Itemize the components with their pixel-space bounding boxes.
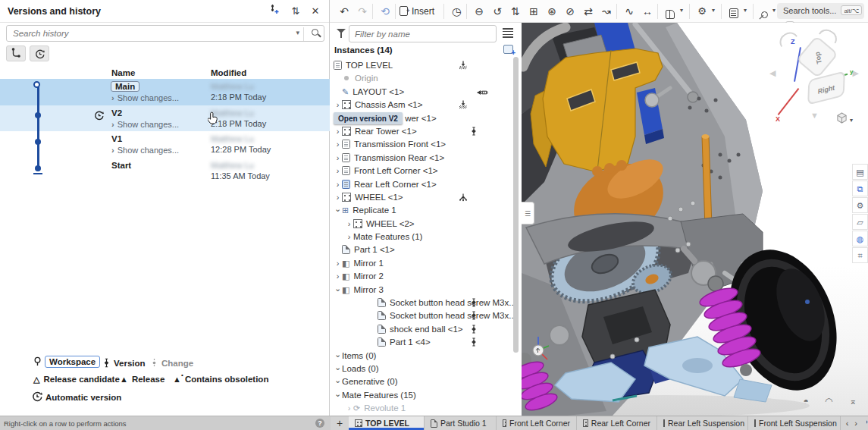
show-changes-link[interactable]: ›Show changes...	[111, 120, 179, 129]
tree-item-revolute-1[interactable]: ›⟳Revolute 1	[330, 402, 512, 415]
chevron-down-icon[interactable]: ▾	[772, 7, 776, 14]
help-icon[interactable]: ?	[315, 419, 324, 428]
chevron-right-icon[interactable]: ›	[334, 99, 342, 111]
tree-item-transmission-rear[interactable]: ›Transmission Rear <1>	[330, 152, 512, 165]
chevron-down-icon[interactable]: ⌄	[334, 374, 342, 387]
chevron-down-icon[interactable]: ▾	[850, 117, 853, 124]
tree-item-top-level[interactable]: TOP LEVEL	[330, 59, 512, 72]
add-tab-button[interactable]: +	[331, 416, 349, 430]
pattern-tools-icon[interactable]: ⚙	[694, 3, 710, 20]
tree-item-covered-by-tooltip[interactable]: Open version V2 wer <1>	[330, 112, 512, 125]
chevron-right-icon[interactable]: ›	[345, 231, 353, 243]
chevron-right-icon[interactable]: ›	[345, 402, 353, 415]
insert-instance-icon[interactable]	[503, 45, 513, 54]
mate-limits-icon[interactable]: ↔	[639, 3, 656, 20]
chevron-down-icon[interactable]: ⌄	[334, 282, 342, 295]
tree-item-part-1-4[interactable]: Part 1 <4>	[330, 336, 512, 349]
tangent-mate-icon[interactable]: ↝	[598, 3, 615, 20]
tree-item-mate-features-1[interactable]: ›Mate Features (1)	[330, 231, 512, 243]
tree-item-rear-tower[interactable]: ›Rear Tower <1>	[330, 125, 512, 138]
eraser-panel-icon[interactable]: ▱	[852, 214, 868, 230]
tree-item-wheel-1[interactable]: ›WHEEL <1>	[330, 191, 512, 204]
chevron-down-icon[interactable]: ▾	[296, 29, 299, 36]
tree-item-shock-end-ball[interactable]: shock end ball <1>	[330, 323, 512, 336]
search-icon[interactable]	[312, 29, 318, 36]
tab-next-icon[interactable]: ›	[854, 419, 863, 428]
search-history-box[interactable]: ▾	[6, 25, 324, 42]
planar-mate-icon[interactable]: ⊞	[525, 3, 542, 20]
tree-item-replicate-1[interactable]: ⌄⊞Replicate 1	[330, 204, 512, 217]
chevron-right-icon[interactable]: ›	[334, 125, 342, 138]
tree-item-transmission-front[interactable]: ›Transmission Front <1>	[330, 138, 512, 151]
chevron-right-icon[interactable]: ›	[345, 218, 353, 231]
version-row-v2[interactable]: V2 ›Show changes... Matthew Lu 2:18 PM T…	[0, 105, 330, 132]
appearance-panel-icon[interactable]: ◍	[852, 231, 868, 246]
analysis-tools-icon[interactable]	[756, 3, 772, 20]
snap-mode-icon[interactable]: ∿	[621, 3, 638, 20]
tree-item-front-left-corner[interactable]: ›Front Left Corner <1>	[330, 165, 512, 177]
show-changes-link[interactable]: ›Show changes...	[111, 146, 179, 155]
tree-item-wheel-2[interactable]: ›WHEEL <2>	[330, 218, 512, 231]
undo-button[interactable]: ↶	[336, 3, 353, 20]
tree-item-part-1-1[interactable]: Part 1 <1>	[330, 243, 512, 256]
chevron-right-icon[interactable]: ›	[334, 138, 342, 151]
search-tools-box[interactable]: Search tools... alt/⌥ c	[777, 3, 864, 19]
tree-item-chassis-asm[interactable]: ›Chassis Asm <1>	[330, 99, 512, 111]
section-view-icon[interactable]: ◓	[804, 396, 816, 406]
tree-item-origin[interactable]: Origin	[330, 72, 512, 85]
rotate-tool-icon[interactable]: ⟲	[377, 3, 393, 20]
tree-group-items[interactable]: ⌄Items (0)	[330, 350, 512, 363]
mates-panel-icon[interactable]: ⚙	[852, 197, 868, 213]
tree-flyout-handle[interactable]: ☰	[522, 202, 534, 224]
tree-group-loads[interactable]: ⌄Loads (0)	[330, 363, 512, 375]
tab-rear-left-suspension[interactable]: Rear Left Suspension	[657, 416, 748, 430]
tree-item-mirror-1[interactable]: ›◧Mirror 1	[330, 257, 512, 270]
automatic-versions-toggle[interactable]	[30, 46, 49, 61]
view-menu[interactable]: ▾	[836, 112, 853, 126]
version-row-main[interactable]: Main ›Show changes... Matthew Lu 2:18 PM…	[0, 79, 330, 105]
chevron-down-icon[interactable]: ▾	[680, 7, 683, 14]
slider-mate-icon[interactable]: ⇅	[507, 3, 524, 20]
tab-prev-icon[interactable]: ‹	[846, 419, 855, 428]
tab-top-level[interactable]: TOP LEVEL	[349, 416, 425, 430]
tab-rear-left-corner[interactable]: Rear Left Corner	[577, 416, 657, 430]
parallel-mate-icon[interactable]: ⇄	[580, 3, 597, 20]
search-history-input[interactable]	[13, 27, 286, 40]
chevron-right-icon[interactable]: ›	[334, 165, 342, 177]
history-graph-toggle[interactable]	[6, 46, 26, 61]
redo-button[interactable]: ↷	[354, 3, 371, 20]
chevron-right-icon[interactable]: ›	[334, 257, 342, 270]
version-row-v1[interactable]: V1 ›Show changes... Matthew Lu 12:28 PM …	[0, 131, 330, 158]
tab-front-left-corner[interactable]: Front Left Corner	[497, 416, 577, 430]
chevron-down-icon[interactable]: ⌄	[334, 202, 342, 215]
view-cube-right-face[interactable]: Right	[807, 71, 845, 105]
fastened-mate-icon[interactable]: ⊖	[471, 3, 487, 20]
insert-button[interactable]: Insert	[400, 3, 434, 20]
mirror-tool-icon[interactable]	[662, 3, 678, 20]
rotate-left-arrow[interactable]: ◀	[769, 68, 776, 78]
rotate-right-arrow[interactable]: ▶	[853, 68, 859, 78]
bom-panel-icon[interactable]: ▤	[852, 164, 868, 180]
revolute-mate-icon[interactable]: ↺	[489, 3, 506, 20]
tree-item-rear-left-corner[interactable]: ›Rear Left Corner <1>	[330, 178, 512, 191]
pin-slot-mate-icon[interactable]: ⊘	[562, 3, 578, 20]
tree-item-mirror-2[interactable]: ›◧Mirror 2	[330, 270, 512, 283]
tab-part-studio-1[interactable]: Part Studio 1	[425, 416, 497, 430]
tab-front-left-suspension[interactable]: Front Left Suspension	[748, 416, 841, 430]
ball-mate-icon[interactable]: ⊛	[544, 3, 560, 20]
named-views-panel-icon[interactable]: ⌗	[852, 247, 868, 263]
chevron-right-icon[interactable]: ›	[334, 178, 342, 191]
view-cube[interactable]: ◀ ▶ ▼ Top Right Z X y	[772, 29, 857, 126]
tree-group-mate-features[interactable]: ⌄Mate Features (15)	[330, 389, 512, 402]
3d-viewport[interactable]: ☰ ◀ ▶ ▼ Top Right Z X y ▾ ▤ ⧉ ⚙ ▱ ◍ ⌗ ◓ …	[522, 23, 868, 416]
close-icon[interactable]: ✕	[308, 4, 323, 19]
display-states-icon[interactable]	[725, 3, 742, 20]
named-positions-icon[interactable]: ◷	[448, 3, 465, 20]
tree-group-generative[interactable]: ⌄Generative (0)	[330, 375, 512, 388]
chevron-down-icon[interactable]: ⌄	[334, 348, 342, 361]
list-view-icon[interactable]	[503, 28, 513, 38]
compare-versions-icon[interactable]: ⇅	[288, 4, 303, 19]
show-changes-link[interactable]: ›Show changes...	[111, 93, 179, 102]
tree-item-mirror-3[interactable]: ⌄◧Mirror 3	[330, 284, 512, 297]
tree-item-screw-1[interactable]: Socket button head screw M3x...	[330, 297, 512, 309]
